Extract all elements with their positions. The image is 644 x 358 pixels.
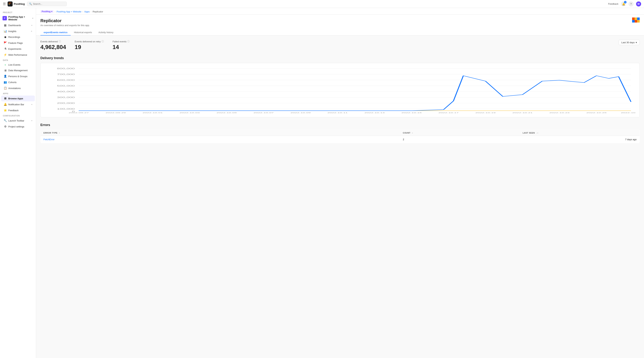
- breadcrumb-project-link[interactable]: PostHog App + Website: [56, 10, 81, 13]
- sidebar-item-label: Feature Flags: [8, 42, 23, 44]
- posthog-logo-icon: [8, 2, 12, 6]
- col-header-error-type: ERROR TYPE ≡: [40, 130, 400, 136]
- sidebar-item-annotations[interactable]: 📋 Annotations: [1, 85, 35, 91]
- sidebar-item-insights[interactable]: 📊 Insights +: [1, 28, 35, 34]
- breadcrumb-posthog-label: PostHog: [42, 10, 50, 13]
- sidebar-item-label: Insights: [8, 30, 16, 33]
- date-filter-button[interactable]: Last 30 days ▾: [618, 40, 640, 45]
- tab-activity[interactable]: Activity history: [95, 30, 117, 36]
- col-header-count: COUNT ≡: [400, 130, 520, 136]
- svg-rect-5: [634, 20, 637, 22]
- tab-historical[interactable]: Historical exports: [71, 30, 95, 36]
- count-cell: 2: [400, 136, 520, 143]
- sidebar-item-data-management[interactable]: 🖥 Data Management: [1, 68, 35, 73]
- metric-events-retry: Events delivered on retry ⓘ 19: [75, 40, 104, 50]
- tabs: exportEvents metrics Historical exports …: [40, 30, 640, 35]
- avatar[interactable]: M: [636, 2, 641, 6]
- feedback-button[interactable]: Feedback: [608, 2, 618, 5]
- web-perf-icon: ⚡: [4, 53, 7, 56]
- svg-text:100,000: 100,000: [57, 108, 75, 110]
- sidebar-item-live-events[interactable]: ● Live Events: [1, 62, 35, 68]
- fetch-error-link[interactable]: FetchError: [44, 138, 54, 141]
- sidebar-item-label: Browse Apps: [8, 97, 23, 100]
- svg-text:200,000: 200,000: [57, 102, 75, 104]
- sort-icon-error[interactable]: ≡: [59, 132, 60, 134]
- topbar-right: Feedback 🔔 0 ? M: [608, 2, 641, 6]
- sidebar-item-cohorts[interactable]: 👥 Cohorts: [1, 79, 35, 85]
- sidebar-item-persons-groups[interactable]: 👤 Persons & Groups: [1, 73, 35, 79]
- project-name: PostHog App + Website: [8, 16, 31, 21]
- svg-rect-6: [637, 20, 640, 22]
- chevron-down-icon: ▾: [31, 120, 32, 122]
- corner-posthog-icon: [632, 18, 640, 25]
- sidebar-section-apps: APPS: [0, 91, 36, 95]
- sidebar-item-project-settings[interactable]: ⚙ Project settings: [1, 124, 35, 130]
- search-bar[interactable]: 🔍: [27, 2, 67, 6]
- project-settings-icon: ⚙: [4, 125, 7, 128]
- breadcrumb-sep-1: ›: [55, 10, 55, 13]
- svg-text:800,000: 800,000: [57, 68, 75, 70]
- breadcrumb-current: Replicator: [92, 10, 103, 13]
- logo-text: PostHog: [14, 2, 25, 6]
- page-header: Replicator An overview of metrics and ex…: [36, 14, 644, 36]
- sidebar-item-browse-apps[interactable]: ⊞ Browse Apps: [1, 96, 35, 101]
- sidebar-item-label: Recordings: [8, 36, 20, 38]
- breadcrumb-sep-3: ›: [91, 10, 92, 13]
- breadcrumb-posthog-pill[interactable]: PostHog ▾: [40, 10, 54, 13]
- sidebar-item-launch-toolbar[interactable]: 🔧 Launch Toolbar ▾: [1, 118, 35, 124]
- sidebar-item-label: Notification Bar: [8, 103, 24, 106]
- breadcrumb-apps-link[interactable]: Apps: [84, 10, 90, 13]
- svg-text:2022-10-11: 2022-10-11: [328, 112, 348, 114]
- sidebar-item-label: Data Management: [8, 69, 28, 72]
- chevron-down-icon: ▾: [636, 41, 637, 44]
- sidebar-item-dashboards[interactable]: ▦ Dashboards ▾: [1, 22, 35, 28]
- topbar-left: ☰ PostHog: [3, 2, 25, 6]
- menu-icon[interactable]: ☰: [3, 2, 6, 6]
- sort-icon-last-seen[interactable]: ↓≡: [536, 132, 538, 134]
- metric-info-icon-2[interactable]: ⓘ: [102, 40, 104, 43]
- notification-badge: 0: [624, 1, 626, 4]
- sidebar-item-label: Feedback: [8, 109, 18, 112]
- chart-area: 800,000 700,000 600,000 500,000 400,000 …: [44, 67, 636, 114]
- sidebar-item-experiments[interactable]: ⚗ Experiments: [1, 46, 35, 52]
- breadcrumb-sep-2: ›: [82, 10, 83, 13]
- svg-text:400,000: 400,000: [57, 91, 75, 93]
- svg-text:2022-10-09: 2022-10-09: [290, 112, 311, 114]
- sidebar: PROJECT P PostHog App + Website ▾ ▦ Dash…: [0, 8, 36, 358]
- sidebar-item-web-performance[interactable]: ⚡ Web Performance: [1, 52, 35, 58]
- corner-logo: [632, 18, 640, 26]
- feedback-icon: ⭐: [4, 109, 7, 112]
- sidebar-item-label: Launch Toolbar: [8, 119, 24, 122]
- date-filter: Last 30 days ▾: [618, 40, 640, 45]
- sidebar-item-label: Live Events: [8, 64, 20, 66]
- sidebar-item-recordings[interactable]: ⏺ Recordings: [1, 34, 35, 40]
- errors-table: ERROR TYPE ≡ COUNT ≡ LAST SEEN ↓≡: [40, 130, 640, 143]
- sidebar-item-notification-bar[interactable]: 🔔 Notification Bar ▾: [1, 102, 35, 107]
- errors-title: Errors: [40, 123, 640, 127]
- sidebar-item-label: Project settings: [8, 125, 24, 128]
- table-row: FetchError 2 7 days ago: [40, 136, 640, 143]
- metric-info-icon-1[interactable]: ⓘ: [58, 40, 61, 43]
- sidebar-item-feature-flags[interactable]: 🚩 Feature Flags: [1, 40, 35, 46]
- persons-icon: 👤: [4, 75, 7, 78]
- search-input[interactable]: [33, 2, 65, 5]
- sidebar-section-config: CONFIGURATION: [0, 114, 36, 118]
- sidebar-project[interactable]: P PostHog App + Website ▾: [0, 14, 36, 22]
- svg-text:600,000: 600,000: [57, 79, 75, 81]
- svg-text:2022-10-27: 2022-10-27: [621, 112, 636, 114]
- last-seen-cell: 7 days ago: [520, 136, 640, 143]
- sort-icon-count[interactable]: ≡: [412, 132, 413, 134]
- content-area: Events delivered ⓘ 4,962,804 Events deli…: [36, 36, 644, 148]
- chart-svg: 800,000 700,000 600,000 500,000 400,000 …: [44, 67, 636, 114]
- tab-export-events[interactable]: exportEvents metrics: [40, 30, 71, 36]
- col-header-last-seen: LAST SEEN ↓≡: [520, 130, 640, 136]
- metric-info-icon-3[interactable]: ⓘ: [127, 40, 130, 43]
- sidebar-item-label: Cohorts: [8, 81, 16, 84]
- metric-events-retry-label: Events delivered on retry ⓘ: [75, 40, 104, 43]
- help-button[interactable]: ?: [628, 2, 634, 6]
- sidebar-item-feedback[interactable]: ⭐ Feedback: [1, 108, 35, 113]
- svg-text:2022-10-15: 2022-10-15: [402, 112, 422, 114]
- metric-events-retry-value: 19: [75, 44, 104, 50]
- page-subtitle: An overview of metrics and exports for t…: [40, 24, 640, 27]
- notifications-button[interactable]: 🔔 0: [621, 2, 626, 6]
